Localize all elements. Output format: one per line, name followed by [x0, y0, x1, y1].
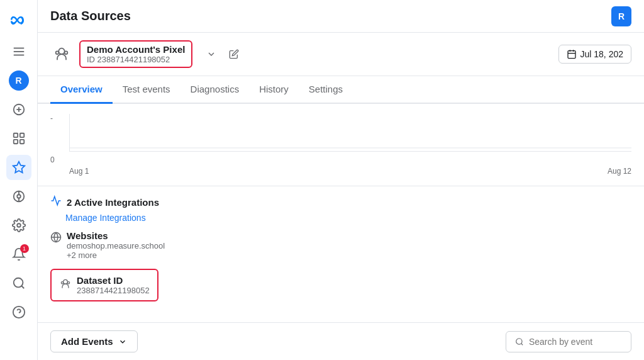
search-by-event-box[interactable] — [506, 331, 631, 352]
integrations-title: 2 Active Integrations — [67, 197, 159, 208]
websites-row: Websites demoshop.measure.school +2 more — [50, 230, 631, 260]
tab-settings[interactable]: Settings — [299, 76, 353, 104]
date-picker-btn[interactable]: Jul 18, 202 — [558, 45, 632, 64]
y-label-top: - — [50, 114, 55, 123]
sidebar-item-events[interactable] — [6, 155, 31, 180]
sidebar-item-add[interactable] — [6, 97, 31, 122]
svg-rect-8 — [13, 140, 17, 143]
search-input[interactable] — [529, 337, 622, 347]
websites-info: Websites demoshop.measure.school +2 more — [67, 230, 165, 260]
svg-rect-23 — [568, 51, 575, 59]
sidebar: R — [0, 0, 38, 360]
add-events-button[interactable]: Add Events — [50, 330, 138, 352]
sidebar-item-dashboard[interactable] — [6, 126, 31, 151]
tab-test-events[interactable]: Test events — [113, 76, 180, 104]
bottom-bar: Add Events — [38, 322, 644, 360]
pixel-dropdown-btn[interactable] — [203, 45, 220, 63]
svg-rect-7 — [19, 133, 23, 137]
sidebar-item-menu[interactable] — [6, 39, 31, 64]
chart-area: - 0 — [50, 114, 631, 164]
svg-marker-10 — [13, 162, 24, 172]
x-label-aug1: Aug 1 — [69, 167, 89, 176]
svg-point-21 — [56, 51, 59, 54]
pixel-header: Demo Account's Pixel ID 2388714421198052 — [38, 33, 644, 76]
svg-point-22 — [65, 51, 68, 54]
sidebar-item-search[interactable] — [6, 271, 31, 296]
notification-badge: 1 — [20, 244, 29, 253]
svg-point-32 — [516, 338, 522, 344]
info-section: 2 Active Integrations Manage Integration… — [38, 186, 644, 322]
svg-line-17 — [21, 286, 24, 288]
date-label: Jul 18, 202 — [580, 49, 624, 59]
dataset-title: Dataset ID — [77, 275, 150, 286]
pixel-id: ID 2388714421198052 — [87, 55, 185, 64]
sidebar-item-notifications[interactable]: 1 — [6, 242, 31, 267]
header-avatar[interactable]: R — [611, 6, 631, 26]
main-content: Data Sources R Demo Account's Pixel — [38, 0, 644, 360]
search-icon — [515, 337, 524, 347]
page-title: Data Sources — [50, 9, 131, 23]
pixel-edit-btn[interactable] — [225, 45, 243, 63]
content-area: Demo Account's Pixel ID 2388714421198052 — [38, 33, 644, 360]
chart-x-labels: Aug 1 Aug 12 — [50, 164, 631, 176]
dataset-id-value: 2388714421198052 — [77, 286, 150, 295]
websites-more: +2 more — [67, 250, 165, 260]
websites-url: demoshop.measure.school — [67, 241, 165, 250]
pixel-actions — [203, 45, 243, 63]
svg-point-20 — [58, 48, 64, 54]
x-label-aug12: Aug 12 — [608, 167, 631, 176]
sidebar-item-help[interactable] — [6, 300, 31, 325]
tab-history[interactable]: History — [249, 76, 299, 104]
integrations-row: 2 Active Integrations — [50, 195, 631, 209]
pixel-name: Demo Account's Pixel — [87, 44, 185, 55]
tabs-bar: Overview Test events Diagnostics History… — [38, 76, 644, 104]
add-events-label: Add Events — [61, 336, 113, 347]
user-avatar: R — [9, 70, 29, 91]
pixel-info-box: Demo Account's Pixel ID 2388714421198052 — [79, 40, 192, 68]
manage-integrations-link[interactable]: Manage Integrations — [65, 213, 631, 223]
svg-point-16 — [13, 278, 23, 288]
svg-rect-9 — [19, 140, 23, 143]
pixel-icon — [50, 43, 73, 65]
sidebar-item-integrations[interactable] — [6, 184, 31, 209]
tab-overview[interactable]: Overview — [50, 76, 113, 104]
meta-logo — [8, 8, 30, 30]
svg-point-11 — [17, 194, 21, 198]
integrations-icon — [50, 195, 62, 209]
svg-rect-6 — [13, 133, 17, 137]
svg-point-31 — [67, 282, 69, 284]
chart-y-labels: - 0 — [50, 114, 55, 164]
dataset-icon — [59, 278, 72, 293]
dataset-id-box: Dataset ID 2388714421198052 — [50, 269, 158, 301]
svg-point-15 — [17, 223, 21, 227]
svg-point-30 — [61, 282, 63, 284]
pixel-left: Demo Account's Pixel ID 2388714421198052 — [50, 40, 243, 68]
top-header: Data Sources R — [38, 0, 644, 33]
chart-section: - 0 Aug 1 Aug 12 — [38, 104, 644, 186]
websites-title: Websites — [67, 230, 165, 241]
svg-point-29 — [64, 279, 68, 284]
tab-diagnostics[interactable]: Diagnostics — [180, 76, 250, 104]
dataset-text: Dataset ID 2388714421198052 — [77, 275, 150, 295]
svg-line-33 — [521, 343, 523, 345]
chart-line — [69, 114, 631, 152]
sidebar-item-account[interactable]: R — [6, 68, 31, 93]
websites-icon — [50, 232, 62, 245]
y-label-bottom: 0 — [50, 155, 55, 164]
sidebar-item-settings[interactable] — [6, 213, 31, 238]
